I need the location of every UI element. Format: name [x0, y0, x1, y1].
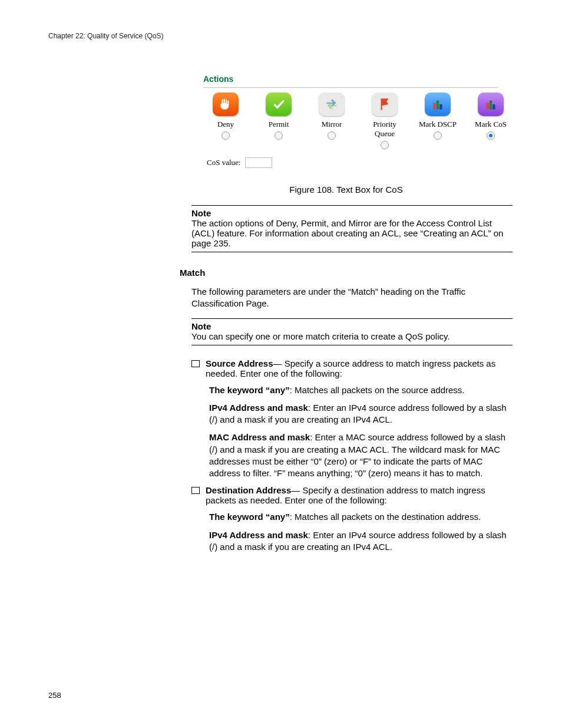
- action-label: Mirror: [313, 120, 351, 129]
- note-body: You can specify one or more match criter…: [191, 331, 513, 341]
- action-label: Deny: [207, 120, 244, 129]
- action-deny[interactable]: Deny: [207, 93, 244, 140]
- destination-address-heading: Destination Address: [206, 485, 291, 495]
- match-intro: The following parameters are under the “…: [191, 286, 513, 310]
- actions-panel-title: Actions: [203, 65, 510, 84]
- svg-rect-0: [433, 103, 435, 110]
- dst-ipv4-heading: IPv4 Address and mask: [209, 530, 308, 540]
- checkmark-icon: [266, 93, 292, 116]
- dst-any: The keyword “any”: Matches all packets o…: [209, 511, 513, 523]
- page-content: Actions Deny Permit Mir: [180, 65, 513, 559]
- action-label: Mark CoS: [472, 120, 510, 129]
- radio-mirror[interactable]: [328, 131, 336, 140]
- svg-rect-4: [490, 101, 492, 110]
- arrows-swap-icon: [319, 93, 345, 116]
- figure-caption: Figure 108. Text Box for CoS: [180, 185, 513, 195]
- bullet-body: Source Address— Specify a source address…: [206, 358, 513, 378]
- svg-rect-5: [492, 104, 495, 110]
- actions-figure: Actions Deny Permit Mir: [203, 65, 510, 168]
- note-acl: Note The action options of Deny, Permit,…: [191, 205, 513, 252]
- src-any-heading: The keyword “any”: [209, 385, 290, 395]
- note-match-criteria: Note You can specify one or more match c…: [191, 318, 513, 345]
- bullet-destination-address: Destination Address— Specify a destinati…: [191, 485, 513, 505]
- page-number: 258: [48, 691, 61, 700]
- radio-dscp[interactable]: [434, 131, 442, 140]
- actions-divider: [203, 87, 498, 88]
- note-body: The action options of Deny, Permit, and …: [191, 218, 513, 248]
- bullet-icon: [191, 487, 200, 494]
- action-mark-dscp[interactable]: Mark DSCP: [419, 93, 457, 140]
- action-permit[interactable]: Permit: [260, 93, 297, 140]
- hand-stop-icon: [213, 93, 239, 116]
- src-any-text: : Matches all packets on the source addr…: [290, 385, 465, 395]
- svg-rect-2: [439, 104, 442, 110]
- action-label: Priority Queue: [366, 120, 404, 139]
- action-mirror[interactable]: Mirror: [313, 93, 351, 140]
- bullet-body: Destination Address— Specify a destinati…: [206, 485, 513, 505]
- radio-deny[interactable]: [222, 131, 230, 140]
- src-mac: MAC Address and mask: Enter a MAC source…: [209, 431, 513, 479]
- bars-icon: [425, 93, 451, 116]
- note-title: Note: [191, 208, 513, 218]
- bullet-icon: [191, 360, 200, 367]
- action-priority-queue[interactable]: Priority Queue: [366, 93, 404, 149]
- action-label: Permit: [260, 120, 297, 129]
- bullet-source-address: Source Address— Specify a source address…: [191, 358, 513, 378]
- dst-any-text: : Matches all packets on the destination…: [290, 512, 481, 522]
- dst-any-heading: The keyword “any”: [209, 512, 290, 522]
- source-address-heading: Source Address: [206, 358, 273, 368]
- src-ipv4: IPv4 Address and mask: Enter an IPv4 sou…: [209, 402, 513, 426]
- match-section-title: Match: [180, 268, 513, 278]
- dst-ipv4: IPv4 Address and mask: Enter an IPv4 sou…: [209, 529, 513, 554]
- action-label: Mark DSCP: [419, 120, 457, 129]
- src-ipv4-heading: IPv4 Address and mask: [209, 403, 308, 413]
- radio-priority[interactable]: [381, 141, 389, 149]
- svg-rect-1: [437, 101, 439, 110]
- radio-cos[interactable]: [487, 131, 495, 140]
- actions-row: Deny Permit Mirror: [207, 93, 510, 149]
- flag-icon: [372, 93, 398, 116]
- page-header: Chapter 22: Quality of Service (QoS): [48, 32, 163, 40]
- svg-rect-3: [486, 103, 488, 110]
- action-mark-cos[interactable]: Mark CoS: [472, 93, 510, 140]
- cos-value-input[interactable]: [245, 157, 272, 168]
- radio-permit[interactable]: [275, 131, 283, 140]
- bars-icon: [478, 93, 504, 116]
- note-title: Note: [191, 321, 513, 331]
- src-mac-heading: MAC Address and mask: [209, 432, 310, 442]
- cos-value-label: CoS value:: [207, 158, 240, 167]
- src-any: The keyword “any”: Matches all packets o…: [209, 384, 513, 396]
- cos-value-row: CoS value:: [207, 157, 510, 168]
